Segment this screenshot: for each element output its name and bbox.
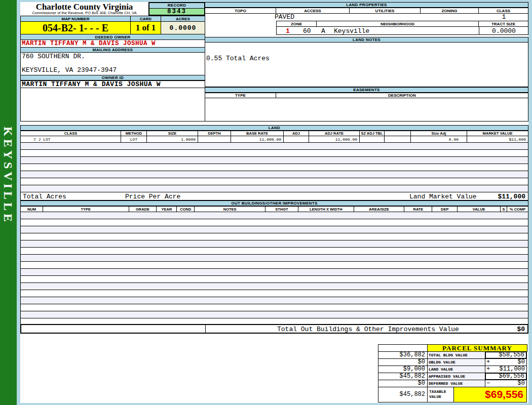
ob-total-row-divider — [205, 325, 206, 333]
mailing-address-box: 760 SOUTHERN DR. KEYSVILLE, VA 23947-394… — [20, 53, 205, 75]
ps-appraised-value-cell: $69,556 — [485, 373, 527, 380]
ps-taxable-prior: $45,882 — [378, 387, 428, 402]
land-sz-adj-tbl-header: SZ ADJ TBL — [360, 131, 385, 136]
utilities-header: UTILITIES — [350, 8, 421, 13]
ob-year-header: YEAR — [157, 207, 177, 212]
record-value: 8343 — [149, 9, 204, 15]
ps-deferred-label: DEFERRED VALUE — [427, 380, 485, 387]
ps-land-prior: $9,000 — [378, 366, 428, 373]
ps-land-label: LAND VALUE — [427, 366, 485, 373]
neighborhood-value: Keysville — [334, 27, 369, 35]
ps-title-spacer — [378, 344, 428, 352]
ps-appraised-label: APPRAISED VALUE — [427, 373, 485, 380]
ob-total-label: Total Out Buildings & Other Improvements… — [277, 326, 459, 333]
easement-description-header: DESCRIPTION — [276, 93, 528, 98]
record-box: RECORD 8343 — [148, 2, 205, 16]
zone-value-row: 1 60 A Keysville 0.0000 — [276, 27, 528, 35]
district-label: KEYSVILLE — [1, 127, 15, 225]
ob-dep-header: DEP — [432, 207, 458, 212]
out-buildings-column-headers: NUM TYPE GRADE YEAR COND NOTES STHGT LEN… — [20, 206, 528, 212]
ob-num-header: NUM — [21, 207, 43, 212]
land-adj-rate-value: 11,000.00 — [309, 136, 360, 142]
ps-row-taxable: $45,882 TAXABLE VALUE $69,556 — [378, 387, 529, 402]
zone-label: ZONE — [277, 21, 317, 26]
ps-total-bldg-value-cell: $58,556 — [485, 351, 527, 359]
ob-pct-comp-header: % COMP — [507, 207, 528, 212]
land-size-adj-header: Size Adj — [411, 131, 467, 136]
land-properties-column-headers: TOPO ACCESS UTILITIES ZONING CLASS — [205, 8, 528, 14]
zone-value: 1 — [286, 27, 290, 35]
land-size-adj-value: 0.00 — [411, 136, 467, 142]
land-notes-header: LAND NOTES — [205, 37, 528, 43]
access-header: ACCESS — [276, 8, 350, 13]
zone-header-row: ZONE NEIGHBORHOOD TRACT SIZE — [276, 21, 528, 27]
tract-size-label: TRACT SIZE — [479, 21, 528, 26]
ps-appraised-value: $69,556 — [499, 374, 524, 379]
land-notes-text: 0.55 Total Acres — [205, 43, 528, 62]
land-notes-box: 0.55 Total Acres — [205, 43, 528, 87]
land-blank-header — [385, 131, 411, 136]
ps-row-appraised: $45,882 APPRAISED VALUE $69,556 — [378, 373, 529, 380]
ob-type-header: TYPE — [43, 207, 129, 212]
ps-taxable-value: $69,556 — [453, 387, 527, 402]
owner-id-value: MARTIN TIFFANY M & DAVIS JOSHUA W — [20, 80, 205, 88]
ps-total-bldg-prior: $36,882 — [378, 351, 428, 359]
out-buildings-empty-rows — [20, 212, 528, 324]
address-line2: KEYSVILLE, VA 23947-3947 — [21, 60, 205, 74]
zoning-header: ZONING — [421, 8, 479, 13]
land-properties-header: LAND PROPERTIES — [205, 2, 528, 8]
land-market-value-value: $11,000 — [467, 136, 528, 142]
land-size-value: 1.0000 — [147, 136, 198, 142]
county-header: Charlotte County Virginia Commissioner o… — [20, 2, 148, 16]
ps-obldg-value: $0 — [518, 359, 525, 366]
land-market-value-label: Land Market Value — [409, 193, 477, 200]
ob-sthgt-header: STHGT — [265, 207, 298, 212]
easements-box — [205, 98, 528, 122]
ob-grade-header: GRADE — [129, 207, 157, 212]
ps-deferred-prior: $0 — [378, 380, 428, 387]
map-card-acres-value-row: 054-B2- 1- - - E 1 of 1 0.0000 — [20, 21, 205, 34]
ps-obldg-prior: $0 — [378, 358, 428, 366]
land-data-row: 7 J LOT LOT 1.0000 11,000.00 11,000.00 0… — [20, 136, 528, 143]
ob-cond-header: COND — [177, 207, 195, 212]
out-buildings-header: OUT BUILDINGS/OTHER IMPROVEMENTS — [20, 200, 528, 206]
land-section-header: LAND — [20, 125, 528, 131]
deeded-owner-header: DEEDED OWNER — [20, 34, 205, 40]
total-acres-label: Total Acres — [23, 193, 66, 200]
out-buildings-total-row: Total Out Buildings & Other Improvements… — [20, 324, 528, 334]
deeded-owner-value: MARTIN TIFFANY M & DAVIS JOSHUA W — [20, 40, 205, 47]
land-adj-value — [284, 136, 309, 142]
card-label: CARD — [131, 16, 161, 21]
ps-deferred-value: $0 — [518, 380, 525, 387]
land-blank-value — [385, 136, 411, 142]
ps-total-bldg-label: TOTAL BLDG VALUE — [427, 351, 485, 359]
ps-taxable-label: TAXABLE VALUE — [427, 387, 454, 402]
ob-total-value: $0 — [517, 326, 525, 333]
land-class-header: CLASS — [21, 131, 121, 136]
map-number-label: MAP NUMBER — [21, 16, 131, 21]
land-base-rate-value: 11,000.00 — [231, 136, 284, 142]
county-title: Charlotte County Virginia — [20, 2, 148, 11]
mailing-address-header: MAILING ADDRESS — [20, 47, 205, 53]
acres-label: ACRES — [161, 16, 205, 21]
easements-header: EASEMENTS — [205, 87, 528, 93]
land-column-headers: CLASS METHOD SIZE DEPTH BASE RATE ADJ AD… — [20, 131, 528, 136]
ps-obldg-value-cell: +$0 — [485, 358, 527, 366]
easement-type-header: TYPE — [205, 93, 276, 98]
ps-land-value-cell: +$11,000 — [485, 366, 527, 373]
address-line1: 760 SOUTHERN DR. — [21, 53, 205, 60]
land-depth-value — [198, 136, 231, 142]
district-sidebar: KEYSVILLE — [0, 0, 17, 405]
owner-id-header: OWNER ID — [20, 75, 205, 80]
ob-rate-header: RATE — [404, 207, 432, 212]
easements-column-headers: TYPE DESCRIPTION — [205, 93, 528, 98]
ob-s-header: S — [501, 207, 507, 212]
parcel-summary: PARCEL SUMMARY $36,882 TOTAL BLDG VALUE … — [378, 345, 529, 402]
parcel-summary-title: PARCEL SUMMARY — [427, 344, 527, 352]
ps-obldg-sign: + — [486, 359, 490, 366]
ps-row-total-bldg: $36,882 TOTAL BLDG VALUE $58,556 — [378, 352, 529, 359]
ps-appraised-prior: $45,882 — [378, 373, 428, 380]
land-base-rate-header: BASE RATE — [231, 131, 284, 136]
land-method-header: METHOD — [121, 131, 147, 136]
ps-row-deferred: $0 DEFERRED VALUE −$0 — [378, 380, 529, 387]
